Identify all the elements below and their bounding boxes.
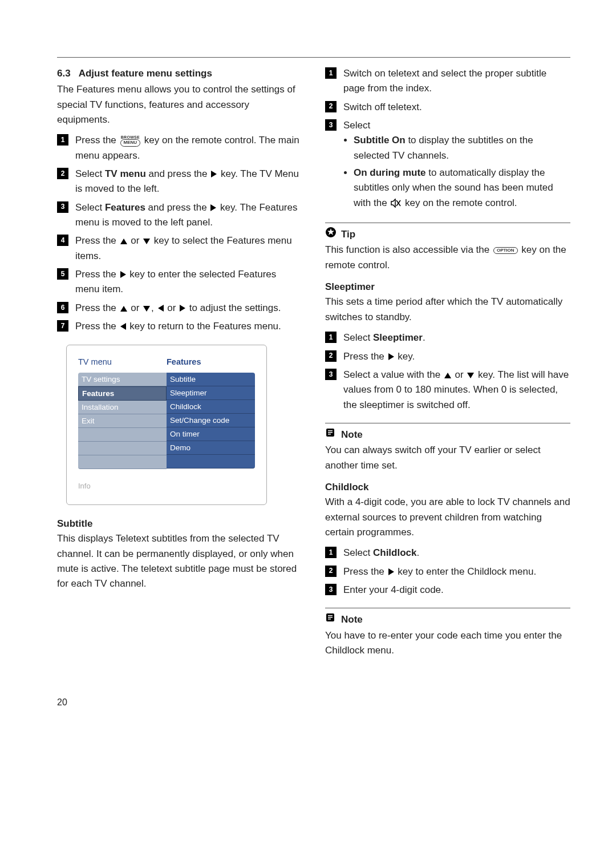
sleep-step-1: Select Sleeptimer.: [325, 330, 570, 345]
left-arrow-icon: [120, 323, 126, 330]
sleeptimer-body: This sets a time period after which the …: [325, 294, 570, 325]
down-arrow-icon: [143, 306, 150, 312]
note1-body: You can always switch off your TV earlie…: [325, 443, 570, 473]
step-4: Press the or key to select the Features …: [57, 233, 302, 264]
section-number: 6.3: [57, 68, 71, 79]
step-6: Press the or , or to adjust the settings…: [57, 301, 302, 316]
tip-body: This function is also accessible via the…: [325, 243, 570, 273]
left-column: 6.3Adjust feature menu settings The Feat…: [57, 66, 302, 661]
menu-right-item: Sleeptimer: [167, 386, 255, 400]
intro-text: The Features menu allows you to control …: [57, 82, 302, 127]
right-arrow-icon: [211, 171, 217, 177]
main-steps-list: Press the BROWSEMENU key on the remote c…: [57, 133, 302, 334]
subtitle-body: This displays Teletext subtitles from th…: [57, 531, 302, 591]
menu-header-right: Features: [167, 356, 255, 368]
childlock-steps-list: Select Childlock. Press the key to enter…: [325, 546, 570, 597]
right-arrow-icon: [120, 271, 126, 278]
menu-left-item-selected: Features: [78, 386, 167, 401]
sleeptimer-steps-list: Select Sleeptimer. Press the key. Select…: [325, 330, 570, 413]
svg-rect-5: [328, 432, 333, 433]
menu-left-item: Exit: [78, 414, 167, 428]
step-2: Select TV menu and press the key. The TV…: [57, 167, 302, 197]
subtitle-step-2: Switch off teletext.: [325, 100, 570, 115]
child-step-3: Enter your 4-digit code.: [325, 583, 570, 597]
subtitle-step-1: Switch on teletext and select the proper…: [325, 66, 570, 96]
childlock-heading: Childlock: [325, 480, 570, 495]
sleep-step-3: Select a value with the or key. The list…: [325, 368, 570, 413]
down-arrow-icon: [143, 239, 150, 244]
menu-header-left: TV menu: [78, 356, 167, 368]
subtitle-step-3: Select Subtitle On to display the subtit…: [325, 118, 570, 212]
right-arrow-icon: [180, 305, 185, 312]
up-arrow-icon: [120, 239, 127, 244]
sleeptimer-heading: Sleeptimer: [325, 280, 570, 294]
svg-rect-9: [328, 617, 333, 618]
menu-left-col: TV settings Features Installation Exit: [78, 373, 167, 469]
tip-heading: Tip: [325, 223, 570, 243]
subtitle-bullet-1: Subtitle On to display the subtitles on …: [354, 133, 570, 163]
menu-info-label: Info: [78, 480, 255, 492]
section-heading: 6.3Adjust feature menu settings: [57, 66, 302, 81]
menu-right-item: [167, 455, 255, 469]
menu-diagram: TV menu Features TV settings Features In…: [66, 345, 267, 506]
menu-left-item: TV settings: [78, 373, 167, 386]
step-7: Press the key to return to the Features …: [57, 319, 302, 334]
step-5: Press the key to enter the selected Feat…: [57, 267, 302, 297]
menu-right-item: Childlock: [167, 400, 255, 414]
svg-rect-8: [328, 615, 333, 616]
menu-left-item: [78, 442, 167, 455]
child-step-1: Select Childlock.: [325, 546, 570, 560]
up-arrow-icon: [444, 373, 451, 378]
section-title: Adjust feature menu settings: [79, 68, 212, 79]
childlock-body: With a 4-digit code, you are able to loc…: [325, 495, 570, 540]
mute-key-icon: [391, 197, 401, 212]
menu-left-item: Installation: [78, 401, 167, 414]
subtitle-steps-list: Switch on teletext and select the proper…: [325, 66, 570, 212]
menu-right-item: On timer: [167, 427, 255, 441]
page-number: 20: [57, 696, 570, 710]
subtitle-bullet-list: Subtitle On to display the subtitles on …: [354, 133, 570, 212]
menu-left-item: [78, 455, 167, 469]
menu-right-item: Set/Change code: [167, 414, 255, 427]
svg-rect-6: [328, 434, 331, 435]
svg-rect-4: [328, 430, 333, 431]
step-3: Select Features and press the key. The F…: [57, 200, 302, 231]
subtitle-heading: Subtitle: [57, 516, 302, 531]
menu-right-col: Subtitle Sleeptimer Childlock Set/Change…: [167, 373, 255, 469]
up-arrow-icon: [120, 306, 127, 312]
right-arrow-icon: [388, 353, 394, 360]
step-1: Press the BROWSEMENU key on the remote c…: [57, 133, 302, 163]
down-arrow-icon: [467, 373, 474, 378]
right-arrow-icon: [210, 204, 216, 211]
left-arrow-icon: [158, 305, 164, 312]
sleep-step-2: Press the key.: [325, 349, 570, 364]
right-arrow-icon: [388, 568, 394, 575]
note-heading: Note: [325, 608, 570, 628]
note-icon: [325, 427, 337, 443]
menu-right-item: Demo: [167, 441, 255, 455]
menu-key-icon: BROWSEMENU: [120, 135, 141, 147]
svg-rect-10: [328, 619, 331, 620]
subtitle-bullet-2: On during mute to automatically display …: [354, 165, 570, 212]
note-heading: Note: [325, 423, 570, 443]
note-icon: [325, 612, 337, 628]
child-step-2: Press the key to enter the Childlock men…: [325, 564, 570, 579]
menu-left-item: [78, 428, 167, 442]
note2-body: You have to re-enter your code each time…: [325, 628, 570, 659]
menu-right-item: Subtitle: [167, 373, 255, 386]
right-column: Switch on teletext and select the proper…: [325, 66, 570, 661]
tip-icon: [325, 227, 337, 243]
option-key-icon: OPTION: [493, 247, 518, 255]
